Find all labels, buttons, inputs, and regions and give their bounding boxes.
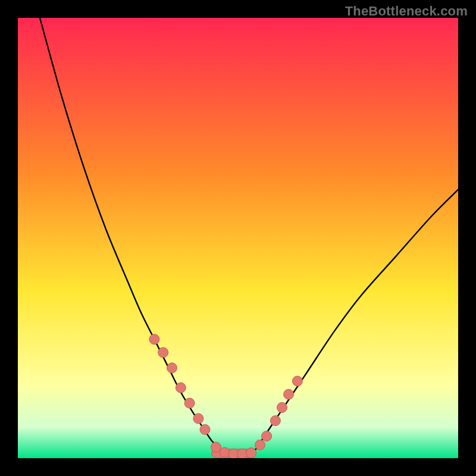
marker-dot [200,424,210,434]
marker-dot [262,431,272,441]
marker-dot [158,347,168,358]
watermark-text: TheBottleneck.com [345,4,468,19]
marker-dot [255,440,265,450]
marker-dot [246,448,256,458]
marker-dot [167,363,177,373]
bottleneck-chart [18,18,458,458]
marker-dot [220,447,230,458]
marker-dot [184,398,195,408]
marker-dot [176,383,186,393]
plot-area [18,18,458,458]
marker-dot [149,334,159,345]
gradient-background [18,18,458,458]
marker-dot [292,376,302,386]
marker-dot [277,402,287,412]
chart-frame: TheBottleneck.com [0,0,476,476]
marker-dot [270,416,280,426]
marker-dot [193,414,203,424]
marker-dot [284,389,294,399]
marker-dot [211,442,221,452]
